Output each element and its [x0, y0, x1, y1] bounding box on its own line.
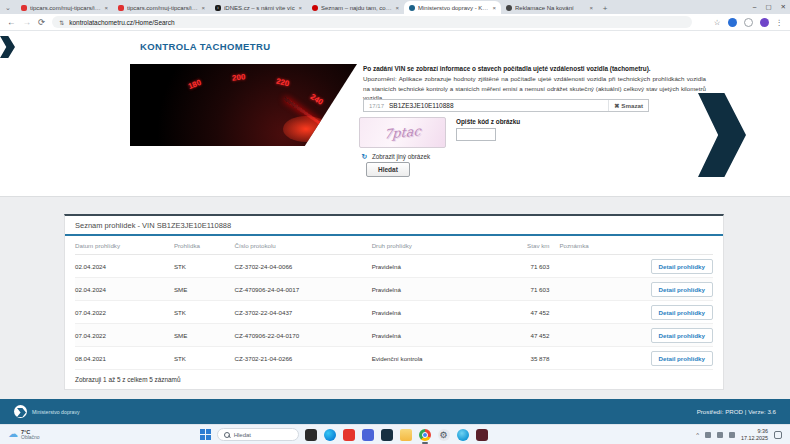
search-button[interactable]: Hledat	[366, 162, 410, 177]
tab-search-icon[interactable]: ⌄	[0, 2, 16, 14]
cell-date: 07.04.2022	[75, 332, 174, 339]
window-controls: – ▢ ✕	[753, 0, 786, 13]
table-row: 02.04.2024 SME CZ-470906-24-04-0017 Prav…	[75, 278, 713, 301]
chrome-icon[interactable]	[419, 429, 431, 441]
intro-block: Po zadání VIN se zobrazí informace o sta…	[363, 65, 706, 103]
tab-close-icon[interactable]: ×	[298, 5, 302, 11]
captcha-input[interactable]	[456, 128, 496, 141]
forward-icon[interactable]: →	[23, 17, 32, 27]
clear-label: Smazat	[621, 102, 643, 109]
col-type: Druh prohlídky	[372, 242, 484, 249]
back-icon[interactable]: ←	[7, 17, 16, 27]
detail-button[interactable]: Detail prohlídky	[651, 259, 713, 274]
settings-gear-icon[interactable]: ⚙	[438, 429, 450, 441]
cell-type: Pravidelná	[372, 263, 484, 270]
people-app-icon[interactable]	[362, 429, 374, 441]
address-bar[interactable]: ⇅ kontrolatachometru.cz/Home/Search	[52, 16, 692, 28]
captcha-text: 7ptac	[384, 123, 422, 141]
windows-start-icon[interactable]	[200, 429, 211, 440]
taskbar-search[interactable]: Hledat	[217, 428, 299, 441]
tab-close-icon[interactable]: ×	[201, 5, 205, 11]
cell-station: STK	[174, 355, 235, 362]
detail-button[interactable]: Detail prohlídky	[651, 305, 713, 320]
close-window-button[interactable]: ✕	[781, 3, 786, 11]
tab-close-icon[interactable]: ×	[104, 5, 108, 11]
mail-app-icon[interactable]	[343, 429, 355, 441]
cell-station: STK	[174, 263, 235, 270]
detail-button[interactable]: Detail prohlídky	[651, 351, 713, 366]
intro-bold-text: Po zadání VIN se zobrazí informace o sta…	[363, 65, 706, 72]
bookmark-star-icon[interactable]: ☆	[714, 18, 721, 27]
browser-toolbar: ← → ⟳ ⇅ kontrolatachometru.cz/Home/Searc…	[0, 14, 790, 31]
browser-app-icon[interactable]	[457, 429, 469, 441]
tab-label: iDNES.cz – s námi víte víc	[224, 5, 295, 11]
dial-number: 240	[309, 92, 325, 107]
notification-icon[interactable]	[774, 431, 782, 439]
tab-close-icon[interactable]: ×	[492, 5, 496, 11]
vin-input[interactable]: 17/17 SB1ZE3JE10E110888 ✖ Smazat	[363, 99, 649, 112]
volume-icon[interactable]	[717, 432, 723, 438]
table-header-row: Datum prohlídky Prohlídka Číslo protokol…	[75, 236, 713, 255]
extensions-menu-icon[interactable]	[744, 18, 753, 27]
edge-icon[interactable]	[324, 429, 336, 441]
new-tab-button[interactable]: +	[598, 2, 612, 14]
site-info-icon[interactable]: ⇅	[59, 19, 64, 26]
profile-avatar[interactable]	[760, 18, 769, 27]
clear-x-icon: ✖	[614, 102, 619, 109]
store-app-icon[interactable]	[381, 429, 393, 441]
red-glow	[283, 116, 329, 142]
detail-button[interactable]: Detail prohlídky	[651, 282, 713, 297]
tab-label: tipcars.com/muj-tipcars/inzer…	[30, 5, 101, 11]
table-row: 08.04.2021 STK CZ-3702-21-04-0266 Eviden…	[75, 347, 713, 370]
seznam-favicon	[312, 5, 318, 11]
network-icon[interactable]	[705, 432, 711, 438]
detail-button[interactable]: Detail prohlídky	[651, 328, 713, 343]
captcha-image: 7ptac	[359, 117, 446, 148]
cell-date: 02.04.2024	[75, 286, 174, 293]
dial-number: 220	[275, 77, 290, 89]
ministry-favicon	[409, 5, 415, 11]
cell-type: Pravidelná	[372, 332, 484, 339]
cell-protocol: CZ-470906-22-04-0170	[234, 332, 371, 339]
tab-ministerstvo-active[interactable]: Ministerstvo dopravy - Kontro… ×	[404, 1, 501, 14]
dial-number: 260	[325, 115, 340, 131]
taskbar-clock[interactable]: 9:36 17.12.2025	[741, 428, 768, 440]
vin-char-counter: 17/17	[364, 103, 389, 109]
battery-icon[interactable]	[729, 432, 735, 438]
minimize-button[interactable]: –	[753, 3, 757, 10]
tab-label: tipcars.com/muj-tipcars/inzer…	[127, 5, 198, 11]
weather-widget[interactable]: ☁ 7°C Oblačno	[8, 429, 40, 441]
col-station: Prohlídka	[174, 242, 235, 249]
tab-tipcars-1[interactable]: tipcars.com/muj-tipcars/inzer… ×	[16, 1, 113, 14]
tab-idnes[interactable]: i iDNES.cz – s námi víte víc ×	[210, 1, 307, 14]
reload-icon[interactable]: ⟳	[38, 17, 45, 27]
cell-type: Pravidelná	[372, 286, 484, 293]
tab-reklamace[interactable]: Reklamace Na kování ×	[501, 1, 598, 14]
cell-station: STK	[174, 309, 235, 316]
active-app-indicator	[422, 442, 428, 444]
ministry-logo-icon	[14, 405, 27, 418]
col-note: Poznámka	[553, 242, 617, 249]
cell-date: 07.04.2022	[75, 309, 174, 316]
dial-number: 200	[232, 72, 246, 82]
file-explorer-icon[interactable]	[400, 429, 412, 441]
clear-vin-button[interactable]: ✖ Smazat	[608, 100, 648, 111]
search-placeholder: Hledat	[234, 432, 251, 438]
tab-tipcars-2[interactable]: tipcars.com/muj-tipcars/inzer… ×	[113, 1, 210, 14]
tab-seznam[interactable]: Seznam – najdu tam, co nezn… ×	[307, 1, 404, 14]
clock-date: 17.12.2025	[741, 435, 768, 441]
maximize-button[interactable]: ▢	[765, 3, 771, 11]
page-title: KONTROLA TACHOMETRU	[140, 41, 271, 52]
tab-close-icon[interactable]: ×	[589, 5, 593, 11]
app-icon-darkred[interactable]	[476, 429, 488, 441]
dial-number: 180	[187, 78, 203, 91]
ministry-logo-text: Ministerstvo dopravy	[32, 409, 80, 415]
refresh-captcha-link[interactable]: ↻ Zobrazit jiný obrázek	[360, 152, 430, 161]
table-row: 07.04.2022 STK CZ-3702-22-04-0437 Pravid…	[75, 301, 713, 324]
app-icon-dark[interactable]	[305, 429, 317, 441]
extension-icon[interactable]	[728, 18, 737, 27]
tray-expand-icon[interactable]: ^	[696, 432, 699, 438]
site-favicon	[506, 5, 512, 11]
tab-close-icon[interactable]: ×	[395, 5, 399, 11]
menu-dots-icon[interactable]: ⋮	[776, 18, 784, 27]
